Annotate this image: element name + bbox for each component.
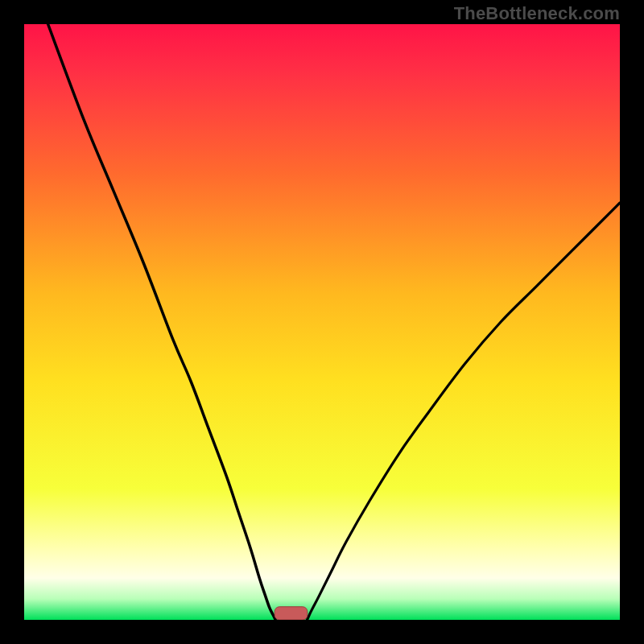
gradient-background bbox=[24, 24, 620, 620]
outer-frame: TheBottleneck.com bbox=[0, 0, 644, 644]
plot-area bbox=[24, 24, 620, 620]
watermark-text: TheBottleneck.com bbox=[454, 3, 620, 24]
floor-marker bbox=[275, 607, 308, 620]
chart-svg bbox=[24, 24, 620, 620]
